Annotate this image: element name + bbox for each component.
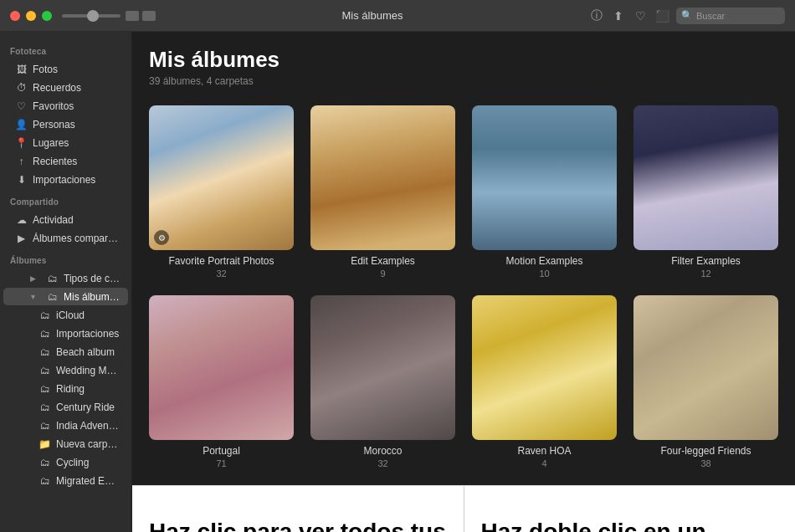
sidebar-item-icloud[interactable]: 🗂 iCloud [3,306,128,324]
sidebar-item-personas[interactable]: 👤 Personas [3,115,128,133]
sidebar-item-india[interactable]: 🗂 India Adventure [3,417,128,434]
minimize-button[interactable] [26,11,36,21]
album-count-7: 4 [541,458,546,468]
search-box[interactable]: 🔍 Buscar [676,8,785,24]
memories-icon: ⏱ [15,81,28,94]
sidebar-item-beach-album[interactable]: 🗂 Beach album [3,343,128,361]
rotate-icon[interactable]: ⬛ [654,8,669,23]
sidebar-item-importaciones[interactable]: ⬇ Importaciones [3,171,128,188]
album-count-8: 38 [700,458,710,468]
album-thumb-1: ⚙ [149,105,294,250]
sidebar-item-favoritos[interactable]: ♡ Favoritos [3,97,128,115]
sidebar-item-importaciones2[interactable]: 🗂 Importaciones [3,325,128,342]
recent-icon: ↑ [15,155,28,167]
sidebar-label-recientes: Recientes [33,156,77,167]
century-ride-icon: 🗂 [38,401,51,413]
content-area: Mis álbumes 39 álbumes, 4 carpetas ⚙ Fav… [132,32,795,532]
sidebar-item-century-ride[interactable]: 🗂 Century Ride [3,398,128,416]
album-item-edit-examples[interactable]: Edit Examples 9 [310,105,455,279]
search-placeholder: Buscar [696,11,725,21]
sidebar-section-fototeca: Fototeca [0,38,131,59]
sidebar-item-migrated[interactable]: 🗂 Migrated Events [3,472,128,489]
album-item-favorite-portrait[interactable]: ⚙ Favorite Portrait Photos 32 [149,105,294,279]
album-name-5: Portugal [203,445,240,457]
album-item-filter-examples[interactable]: Filter Examples 12 [633,105,778,279]
sidebar-item-mis-albumes[interactable]: ▼ 🗂 Mis álbumes [3,288,128,305]
album-name-2: Edit Examples [351,255,415,267]
album-name-1: Favorite Portrait Photos [168,255,274,267]
sidebar-section-albumes: Álbumes [0,248,131,269]
sidebar-item-tipos-contenido[interactable]: ▶ 🗂 Tipos de contenido [3,269,128,287]
album-thumb-4 [633,105,778,250]
sidebar-item-actividad[interactable]: ☁ Actividad [3,211,128,228]
sidebar-label-icloud: iCloud [56,309,85,321]
album-count-3: 10 [539,269,549,279]
annotation-left-text: Haz clic para ver todos tus álbumes en l… [149,517,447,532]
sidebar-item-cycling[interactable]: 🗂 Cycling [3,453,128,471]
cycling-icon: 🗂 [38,456,51,468]
icloud-icon: 🗂 [38,309,51,321]
import-icon: ⬇ [15,173,28,186]
sidebar-item-albumes-compartidos[interactable]: ▶ Álbumes compartidos [3,229,128,247]
sidebar: Fototeca 🖼 Fotos ⏱ Recuerdos ♡ Favoritos… [0,32,132,532]
album-thumb-8 [633,295,778,440]
album-name-8: Four-legged Friends [660,445,751,457]
close-button[interactable] [10,11,20,21]
view-toggle-icon[interactable] [126,11,139,21]
sidebar-item-recientes[interactable]: ↑ Recientes [3,152,128,170]
annotation-right-text: Haz doble clic en un álbum para ver las … [481,517,779,532]
window-title: Mis álbumes [342,9,403,22]
album-count-5: 71 [216,458,226,468]
share-icon[interactable]: ⬆ [611,8,626,23]
album-thumb-5 [149,295,294,440]
sidebar-label-mis-albumes: Mis álbumes [64,291,120,303]
sidebar-item-riding[interactable]: 🗂 Riding [3,380,128,397]
sidebar-item-recuerdos[interactable]: ⏱ Recuerdos [3,79,128,96]
my-albums-icon: 🗂 [46,290,59,303]
persons-icon: 👤 [15,118,28,130]
wedding-icon: 🗂 [38,364,51,376]
sidebar-item-lugares[interactable]: 📍 Lugares [3,134,128,151]
content-types-icon: 🗂 [46,272,59,284]
album-thumb-3 [472,105,617,250]
sidebar-item-fotos[interactable]: 🖼 Fotos [3,60,128,78]
migrated-icon: 🗂 [38,474,51,487]
folder-icon: 📁 [38,437,51,450]
heart-icon[interactable]: ♡ [633,8,648,23]
album-name-7: Raven HOA [517,445,571,457]
sidebar-label-lugares: Lugares [33,137,69,149]
traffic-lights [10,11,52,21]
content-header: Mis álbumes 39 álbumes, 4 carpetas [132,32,795,94]
import2-icon: 🗂 [38,327,51,340]
shared-albums-icon: ▶ [15,232,28,244]
albums-grid: ⚙ Favorite Portrait Photos 32 Edit Examp… [132,94,795,485]
annotation-bar: Haz clic para ver todos tus álbumes en l… [132,485,795,532]
sidebar-label-personas: Personas [33,119,75,130]
album-item-raven-hoa[interactable]: Raven HOA 4 [472,295,617,468]
sidebar-item-nueva-carpeta[interactable]: 📁 Nueva carpeta [3,435,128,453]
sidebar-item-wedding[interactable]: 🗂 Wedding Mem... [3,361,128,379]
photos-icon: 🖼 [15,63,28,75]
annotation-right: Haz doble clic en un álbum para ver las … [464,486,796,532]
sidebar-label-favoritos: Favoritos [33,100,74,112]
activity-icon: ☁ [15,213,28,226]
album-count-4: 12 [700,269,710,279]
album-count-6: 32 [377,458,387,468]
sidebar-label-tipos-contenido: Tipos de contenido [64,273,120,284]
sidebar-label-importaciones: Importaciones [33,174,95,186]
gear-icon: ⚙ [154,230,169,245]
places-icon: 📍 [15,136,28,149]
brightness-slider[interactable] [62,14,121,18]
album-item-four-legged[interactable]: Four-legged Friends 38 [633,295,778,468]
view-toggle-icon2[interactable] [142,11,156,21]
main-layout: Fototeca 🖼 Fotos ⏱ Recuerdos ♡ Favoritos… [0,32,795,532]
album-item-motion-examples[interactable]: Motion Examples 10 [472,105,617,279]
sidebar-label-century-ride: Century Ride [56,402,115,413]
info-icon[interactable]: ⓘ [589,8,604,23]
maximize-button[interactable] [42,11,52,21]
titlebar: Mis álbumes ⓘ ⬆ ♡ ⬛ 🔍 Buscar [0,0,795,32]
album-thumb-6 [310,295,455,440]
album-item-morocco[interactable]: Morocco 32 [310,295,455,468]
album-item-portugal[interactable]: Portugal 71 [149,295,294,468]
search-icon: 🔍 [681,10,693,21]
